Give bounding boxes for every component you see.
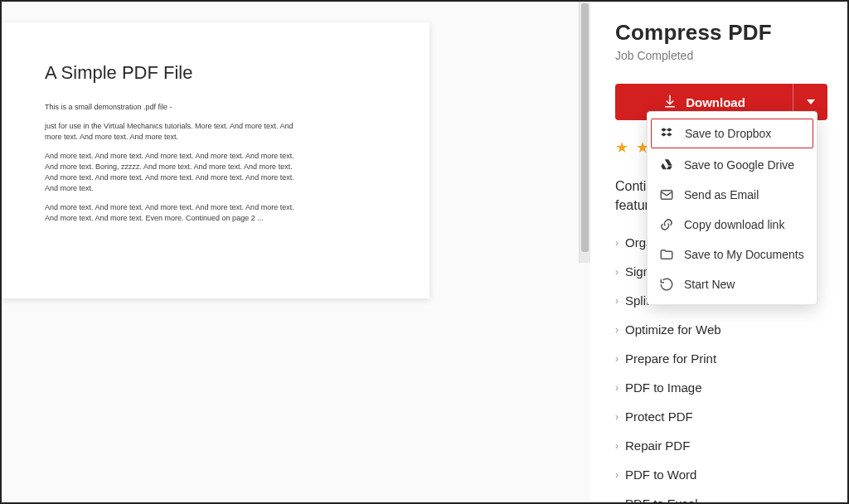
result-sidebar: Compress PDF Job Completed Download ★ ★ … bbox=[590, 2, 847, 502]
download-options-menu: Save to Dropbox Save to Google Drive Sen… bbox=[647, 111, 817, 305]
chevron-right-icon: › bbox=[615, 237, 619, 249]
menu-label: Save to Google Drive bbox=[684, 158, 794, 172]
menu-item-start-new[interactable]: Start New bbox=[648, 269, 817, 299]
menu-item-copy-link[interactable]: Copy download link bbox=[648, 210, 817, 240]
chevron-right-icon: › bbox=[615, 498, 619, 502]
folder-icon bbox=[659, 247, 674, 262]
pdf-page: A Simple PDF File This is a small demons… bbox=[2, 22, 429, 298]
pdf-preview-pane: A Simple PDF File This is a small demons… bbox=[2, 2, 590, 502]
dropbox-icon bbox=[660, 126, 675, 141]
chevron-right-icon: › bbox=[615, 266, 619, 278]
menu-item-send-email[interactable]: Send as Email bbox=[648, 180, 817, 210]
link-icon bbox=[659, 217, 674, 232]
scrollbar-thumb[interactable] bbox=[581, 3, 589, 252]
chevron-right-icon: › bbox=[615, 353, 619, 365]
chevron-right-icon: › bbox=[615, 295, 619, 307]
pdf-paragraph: And more text. And more text. And more t… bbox=[45, 151, 302, 194]
action-label: Repair PDF bbox=[625, 439, 690, 453]
action-optimize-web[interactable]: ›Optimize for Web bbox=[615, 315, 827, 344]
action-label: PDF to Image bbox=[625, 380, 702, 395]
chevron-right-icon: › bbox=[615, 440, 619, 452]
chevron-right-icon: › bbox=[615, 469, 619, 481]
action-pdf-to-word[interactable]: ›PDF to Word bbox=[615, 460, 827, 489]
menu-label: Start New bbox=[684, 278, 735, 291]
download-icon bbox=[662, 94, 677, 111]
action-pdf-to-excel[interactable]: ›PDF to Excel bbox=[615, 489, 827, 502]
pdf-paragraph: This is a small demonstration .pdf file … bbox=[45, 102, 302, 113]
menu-item-save-dropbox[interactable]: Save to Dropbox bbox=[651, 119, 813, 148]
chevron-right-icon: › bbox=[615, 324, 619, 336]
page-title: Compress PDF bbox=[615, 20, 827, 46]
action-label: Optimize for Web bbox=[625, 322, 721, 337]
menu-item-save-google-drive[interactable]: Save to Google Drive bbox=[648, 150, 817, 180]
chevron-down-icon bbox=[807, 99, 815, 104]
action-label: PDF to Excel bbox=[625, 497, 698, 502]
action-label: Protect PDF bbox=[625, 410, 693, 424]
download-label: Download bbox=[686, 95, 745, 109]
job-status: Job Completed bbox=[615, 49, 827, 62]
menu-label: Save to Dropbox bbox=[685, 127, 771, 140]
action-label: PDF to Word bbox=[625, 468, 696, 482]
chevron-right-icon: › bbox=[615, 411, 619, 423]
action-label: Prepare for Print bbox=[625, 351, 716, 366]
menu-label: Save to My Documents bbox=[684, 248, 804, 261]
chevron-right-icon: › bbox=[615, 382, 619, 394]
menu-label: Send as Email bbox=[684, 188, 759, 201]
menu-item-save-my-documents[interactable]: Save to My Documents bbox=[648, 240, 817, 269]
preview-scrollbar[interactable] bbox=[579, 2, 590, 263]
action-protect-pdf[interactable]: ›Protect PDF bbox=[615, 402, 827, 431]
pdf-title: A Simple PDF File bbox=[45, 62, 386, 84]
google-drive-icon bbox=[659, 158, 674, 172]
menu-label: Copy download link bbox=[684, 218, 784, 231]
email-icon bbox=[659, 187, 674, 202]
action-pdf-to-image[interactable]: ›PDF to Image bbox=[615, 373, 827, 402]
restart-icon bbox=[659, 277, 674, 292]
action-prepare-print[interactable]: ›Prepare for Print bbox=[615, 344, 827, 373]
pdf-paragraph: just for use in the Virtual Mechanics tu… bbox=[45, 121, 302, 143]
pdf-paragraph: And more text. And more text. And more t… bbox=[45, 202, 302, 224]
action-repair-pdf[interactable]: ›Repair PDF bbox=[615, 431, 827, 460]
